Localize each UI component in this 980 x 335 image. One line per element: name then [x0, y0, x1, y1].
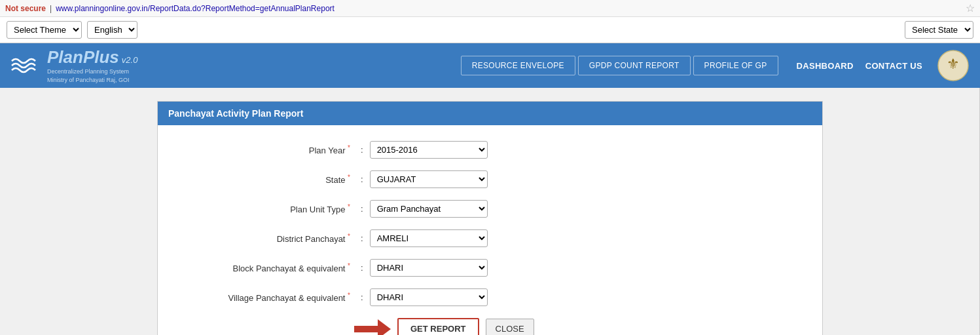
required-star: *	[348, 292, 350, 299]
report-card-header: Panchayat Activity Plan Report	[158, 102, 822, 125]
report-title: Panchayat Activity Plan Report	[168, 108, 303, 119]
plan-year-select[interactable]: 2015-2016 2016-2017 2017-2018	[370, 141, 488, 159]
logo-plan: Plan	[47, 47, 83, 67]
form-actions: GET REPORT CLOSE	[171, 318, 809, 335]
gpdp-count-report-button[interactable]: GPDP COUNT REPORT	[578, 56, 691, 75]
address-bar: Not secure | www.planningonline.gov.in/R…	[0, 0, 980, 17]
district-panchayat-row: District Panchayat * : AMRELI ANAND BHAR…	[171, 229, 809, 247]
svg-text:⚜: ⚜	[947, 56, 960, 72]
district-panchayat-label: District Panchayat *	[171, 233, 354, 244]
theme-select[interactable]: Select Theme	[7, 21, 82, 39]
contact-us-link[interactable]: CONTACT US	[865, 61, 922, 71]
header: PlanPlus v2.0 Decentralized Planning Sys…	[0, 43, 980, 88]
logo-version: v2.0	[122, 55, 138, 65]
report-card-body: Plan Year * : 2015-2016 2016-2017 2017-2…	[158, 125, 822, 335]
logo-text: PlanPlus	[47, 47, 119, 68]
main-content: Panchayat Activity Plan Report Plan Year…	[0, 88, 980, 335]
pipe-separator: |	[50, 4, 52, 13]
colon-2: :	[354, 174, 370, 184]
not-secure-label: Not secure	[5, 4, 46, 13]
logo-plus: Plus	[83, 47, 119, 67]
arrow-indicator-icon	[354, 319, 391, 335]
required-star: *	[348, 174, 350, 181]
url-display: www.planningonline.gov.in/ReportData.do?…	[56, 4, 335, 13]
required-star: *	[348, 233, 350, 240]
required-star: *	[348, 144, 350, 151]
colon-5: :	[354, 263, 370, 273]
dashboard-link[interactable]: DASHBOARD	[797, 61, 854, 71]
close-button[interactable]: CLOSE	[486, 319, 534, 335]
emblem-icon: ⚜	[937, 49, 970, 82]
plan-unit-type-select[interactable]: Gram Panchayat Block Panchayat District …	[370, 200, 488, 218]
plan-year-row: Plan Year * : 2015-2016 2016-2017 2017-2…	[171, 141, 809, 159]
logo-area: PlanPlus v2.0 Decentralized Planning Sys…	[47, 47, 137, 84]
village-panchayat-select[interactable]: DHARI AMRELI BABRA	[370, 288, 488, 306]
nav-text-links: DASHBOARD CONTACT US	[797, 61, 922, 71]
nav-buttons: RESOURCE ENVELOPE GPDP COUNT REPORT PROF…	[461, 56, 778, 75]
resource-envelope-button[interactable]: RESOURCE ENVELOPE	[461, 56, 575, 75]
svg-rect-2	[354, 326, 378, 332]
required-star: *	[348, 262, 350, 269]
favorite-icon[interactable]: ☆	[966, 2, 975, 14]
colon-1: :	[354, 145, 370, 155]
colon-4: :	[354, 233, 370, 243]
state-field-select[interactable]: GUJARAT MAHARASHTRA RAJASTHAN	[370, 170, 488, 188]
get-report-button[interactable]: GET REPORT	[397, 318, 479, 335]
state-select[interactable]: Select State	[905, 21, 973, 39]
village-panchayat-row: Village Panchayat & equivalent * : DHARI…	[171, 288, 809, 306]
state-label: State *	[171, 174, 354, 185]
plan-unit-type-label: Plan Unit Type *	[171, 203, 354, 214]
top-bar: Select Theme English Select State	[0, 17, 980, 43]
block-panchayat-row: Block Panchayat & equivalent * : DHARI A…	[171, 259, 809, 277]
logo-waves-icon	[10, 56, 37, 75]
block-panchayat-label: Block Panchayat & equivalent *	[171, 262, 354, 273]
colon-3: :	[354, 204, 370, 214]
required-star: *	[348, 203, 350, 210]
district-panchayat-select[interactable]: AMRELI ANAND BHARUCH	[370, 229, 488, 247]
colon-6: :	[354, 292, 370, 302]
logo-sub1: Decentralized Planning System	[47, 68, 137, 76]
report-card: Panchayat Activity Plan Report Plan Year…	[157, 101, 823, 335]
logo-sub2: Ministry of Panchayati Raj, GOI	[47, 76, 137, 85]
block-panchayat-select[interactable]: DHARI AMRELI BABRA	[370, 259, 488, 277]
plan-unit-type-row: Plan Unit Type * : Gram Panchayat Block …	[171, 200, 809, 218]
svg-marker-3	[378, 319, 391, 335]
profile-of-gp-button[interactable]: PROFILE OF GP	[693, 56, 778, 75]
plan-year-label: Plan Year *	[171, 144, 354, 155]
language-select[interactable]: English	[87, 21, 137, 39]
village-panchayat-label: Village Panchayat & equivalent *	[171, 292, 354, 303]
state-row: State * : GUJARAT MAHARASHTRA RAJASTHAN	[171, 170, 809, 188]
